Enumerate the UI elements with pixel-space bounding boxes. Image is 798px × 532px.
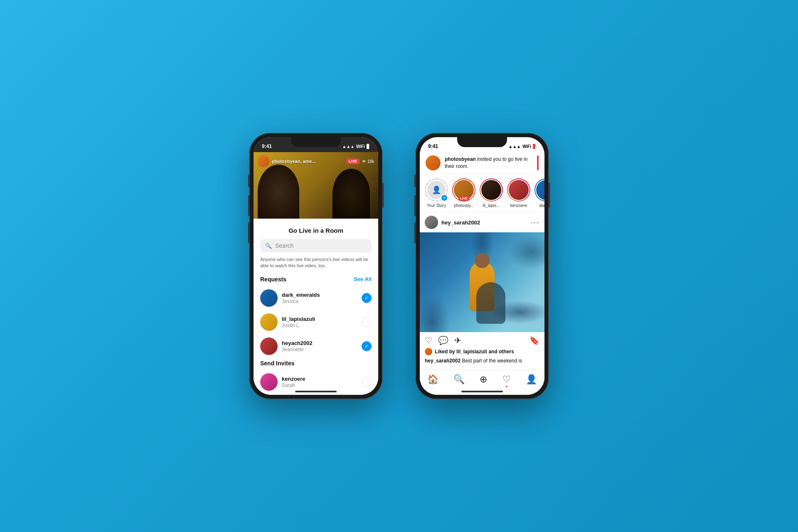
invite-1-username: kenzoere (282, 376, 357, 382)
live-badge: LIVE (346, 158, 360, 164)
story-kenzoere[interactable]: kenzoere (507, 178, 530, 208)
search-icon-nav: 🔍 (453, 374, 465, 384)
see-all-button[interactable]: See All (354, 276, 372, 282)
volume-down-button (248, 222, 249, 243)
post-more-button[interactable]: ··· (531, 218, 539, 227)
requests-section-header: Requests See All (254, 274, 378, 286)
notification-dot (506, 386, 507, 387)
comment-button[interactable]: 💬 (438, 335, 448, 345)
invite-1-realname: Sarah (282, 382, 357, 388)
phone-2-content: 9:41 ▲▲▲ WiFi ▊ photosbyean invited you … (420, 137, 544, 395)
battery-icon-2: ▊ (533, 144, 536, 149)
phone-1: 9:41 ▲▲▲ WiFi ▊ photosbyean, ame... LIVE (249, 133, 382, 399)
notification-banner: photosbyean invited you to go live in th… (420, 152, 544, 174)
invite-1-checkbox[interactable] (362, 377, 372, 387)
story-photosby[interactable]: LIVE photosby... (452, 178, 475, 208)
request-2-realname: Justin L. (282, 323, 357, 328)
volume-down-button-2 (414, 222, 416, 243)
request-2-avatar (260, 313, 278, 331)
kenzoere-avatar (509, 180, 529, 200)
story-your-story[interactable]: 👤 + Your Story (425, 178, 448, 208)
kenzoere-story-label: kenzoere (510, 203, 527, 208)
notch-2 (457, 137, 507, 147)
status-time-1: 9:41 (262, 143, 272, 149)
notch-1 (291, 137, 341, 147)
signal-icon: ▲▲▲ (342, 144, 355, 149)
mute-button (248, 175, 249, 187)
phones-container: 9:41 ▲▲▲ WiFi ▊ photosbyean, ame... LIVE (249, 133, 549, 399)
search-placeholder: Search (275, 242, 293, 249)
request-1-realname: Jessica (282, 298, 357, 304)
search-bar[interactable]: 🔍 Search (260, 239, 372, 252)
requests-label: Requests (260, 276, 286, 283)
request-1-avatar (260, 289, 278, 307)
share-button[interactable]: ✈ (454, 335, 461, 345)
invite-item-2[interactable]: travis_shreds18 ✓ (254, 394, 378, 395)
status-icons-1: ▲▲▲ WiFi ▊ (342, 144, 370, 149)
request-2-username: lil_lapislazuli (282, 316, 357, 322)
request-1-info: dark_emeralds Jessica (282, 292, 357, 304)
nav-add[interactable]: ⊕ (480, 374, 487, 387)
story-lil-lapis[interactable]: lil_lapis... (480, 178, 503, 208)
likes-text: Liked by lil_lapislazuli and others (435, 349, 514, 355)
story-dark[interactable]: dark_... (534, 178, 544, 208)
volume-up-button-2 (414, 195, 416, 216)
caption-username: hey_sarah2002 (425, 358, 461, 364)
caption-text: Best part of the weekend is (462, 358, 522, 364)
notification-red-bar (537, 155, 539, 170)
status-time-2: 9:41 (428, 143, 438, 149)
request-item-2[interactable]: lil_lapislazuli Justin L. (254, 310, 378, 334)
phone-2-screen: 9:41 ▲▲▲ WiFi ▊ photosbyean invited you … (420, 137, 544, 395)
power-button (382, 183, 384, 208)
add-story-button[interactable]: + (441, 194, 448, 202)
home-indicator-2 (461, 391, 503, 392)
request-1-checkbox[interactable]: ✓ (362, 293, 372, 303)
save-button[interactable]: 🔖 (529, 335, 539, 345)
lil-lapis-avatar (481, 180, 501, 200)
invite-1-info: kenzoere Sarah (282, 376, 357, 388)
your-story-label: Your Story (427, 203, 446, 208)
dark-inner (535, 179, 544, 201)
notif-username: photosbyean (445, 156, 476, 162)
nav-profile[interactable]: 👤 (526, 374, 537, 387)
live-video-area: photosbyean, ame... LIVE 👁 18k (254, 152, 378, 219)
dark-ring (534, 178, 544, 202)
request-3-checkbox[interactable]: ✓ (362, 341, 372, 351)
home-icon: 🏠 (427, 374, 438, 384)
request-2-info: lil_lapislazuli Justin L. (282, 316, 357, 328)
power-button-2 (549, 183, 550, 208)
post-likes: Liked by lil_lapislazuli and others (420, 347, 544, 357)
post-caption: hey_sarah2002 Best part of the weekend i… (420, 357, 544, 367)
video-header: photosbyean, ame... LIVE 👁 18k (254, 152, 378, 170)
request-3-info: heyach2002 Jeannette (282, 340, 357, 352)
face-right (332, 169, 370, 219)
like-button[interactable]: ♡ (425, 335, 432, 345)
request-1-username: dark_emeralds (282, 292, 357, 298)
request-item-1[interactable]: dark_emeralds Jessica ✓ (254, 286, 378, 310)
request-item-3[interactable]: heyach2002 Jeannette ✓ (254, 334, 378, 358)
post-author-username[interactable]: hey_sarah2002 (441, 219, 531, 226)
live-label-story: LIVE (458, 196, 469, 201)
lil-lapis-inner (480, 179, 502, 201)
nav-home[interactable]: 🏠 (427, 374, 438, 387)
lil-lapis-ring (480, 178, 503, 202)
post-header: hey_sarah2002 ··· (420, 212, 544, 232)
home-indicator-1 (295, 391, 337, 392)
post-actions-bar: ♡ 💬 ✈ 🔖 (420, 332, 544, 347)
post-image (420, 232, 544, 332)
invites-section-header: Send Invites (254, 358, 378, 370)
sheet-title: Go Live in a Room (254, 225, 378, 239)
battery-icon: ▊ (367, 144, 370, 149)
nav-heart[interactable]: ♡ (502, 374, 511, 387)
signal-icon-2: ▲▲▲ (508, 144, 521, 149)
nav-search[interactable]: 🔍 (453, 374, 465, 387)
dark-avatar (536, 180, 544, 200)
notification-text: photosbyean invited you to go live in th… (445, 156, 533, 170)
request-3-username: heyach2002 (282, 340, 357, 346)
volume-up-button (248, 195, 249, 216)
viewer-number: 18k (367, 159, 374, 164)
request-2-checkbox[interactable] (362, 317, 372, 327)
photosby-story-label: photosby... (454, 203, 474, 208)
video-host-username: photosbyean, ame... (272, 159, 346, 164)
bottom-sheet: Go Live in a Room 🔍 Search Anyone who ca… (254, 219, 378, 395)
